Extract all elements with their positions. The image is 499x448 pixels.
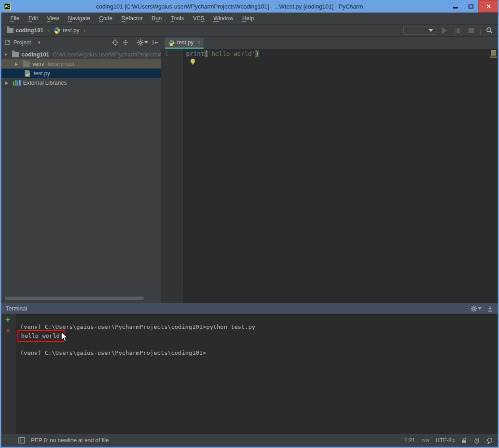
chevron-down-icon[interactable]: ▼ — [37, 40, 41, 45]
breadcrumb-project[interactable]: coding101 — [16, 27, 43, 34]
terminal-console[interactable]: + ✕ (venv) C:\Users\gaius-user\PycharmPr… — [1, 314, 498, 434]
gear-icon — [471, 306, 477, 312]
tree-item-testpy[interactable]: test.py — [1, 69, 161, 78]
debug-button[interactable] — [453, 26, 462, 35]
collapse-arrow-icon[interactable]: ▶ — [4, 81, 9, 85]
tree-item-project-root[interactable]: ▼ coding101 C:₩Users₩gaius-user₩PycharmP… — [1, 50, 161, 59]
inspection-status-marker[interactable] — [491, 50, 496, 56]
terminal-output-line: hello world — [21, 332, 60, 339]
python-file-icon — [168, 39, 175, 46]
menu-item-file[interactable]: File — [6, 15, 24, 22]
terminal-toolbar: + ✕ — [1, 314, 16, 434]
menu-item-refactor[interactable]: Refactor — [117, 15, 147, 22]
code-line: print('hello world') — [186, 50, 498, 57]
collapse-arrow-icon[interactable]: ▶ — [14, 62, 19, 66]
event-log-icon[interactable] — [486, 437, 493, 444]
updown-arrows-icon — [452, 439, 455, 443]
scrollbar-error-stripe — [490, 56, 497, 58]
pycharm-logo-icon: PC — [4, 3, 11, 10]
inspection-profile-icon[interactable] — [473, 437, 480, 444]
project-panel-title[interactable]: Project — [13, 39, 31, 46]
toolwindow-toggle-icon[interactable] — [18, 437, 25, 444]
code-editor[interactable]: print('hello world') — [183, 49, 498, 303]
breadcrumb: coding101 › test.py › — [7, 27, 87, 34]
terminal-header[interactable]: Terminal — [1, 303, 498, 314]
encoding-label: UTF-8 — [436, 437, 451, 444]
breadcrumb-file[interactable]: test.py — [63, 27, 79, 34]
minimize-button[interactable] — [448, 0, 463, 13]
play-icon — [442, 27, 447, 34]
menu-item-help[interactable]: Help — [238, 15, 258, 22]
menu-item-window[interactable]: Window — [209, 15, 238, 22]
tree-item-label: External Libraries — [23, 80, 67, 86]
run-configuration-select[interactable] — [403, 26, 435, 35]
lock-icon[interactable] — [461, 437, 467, 444]
line-separator-widget[interactable]: n/a — [421, 437, 429, 444]
terminal-settings-button[interactable] — [471, 306, 482, 312]
hide-panel-down-icon[interactable] — [487, 306, 493, 312]
tree-item-label: venv — [32, 61, 44, 67]
tree-item-external-libraries[interactable]: ▶ External Libraries — [1, 78, 161, 87]
tree-item-venv[interactable]: ▶ venv library root — [1, 59, 161, 69]
chevron-down-icon — [478, 307, 482, 310]
libraries-icon — [13, 80, 21, 86]
menu-item-edit[interactable]: Edit — [24, 15, 43, 22]
locate-file-icon[interactable] — [112, 39, 118, 46]
python-file-icon — [24, 70, 31, 77]
code-token-function: print — [186, 50, 204, 57]
menu-bar: FileEditViewNavigateCodeRefactorRunTools… — [1, 13, 498, 25]
status-bar: PEP 8: no newline at end of file 1:21 n/… — [1, 434, 498, 447]
folder-icon — [7, 28, 13, 33]
scrollbar-thumb[interactable] — [5, 297, 144, 300]
intention-bulb-icon[interactable] — [190, 58, 195, 65]
pycharm-window: PC coding101 [C:₩Users₩gaius-user₩Pychar… — [0, 0, 499, 448]
tree-item-suffix: library root — [48, 61, 74, 67]
caret-position-widget[interactable]: 1:21 — [404, 437, 415, 444]
menu-item-navigate[interactable]: Navigate — [64, 15, 95, 22]
editor-body[interactable]: 1 print('hello world') — [161, 49, 498, 303]
status-message: PEP 8: no newline at end of file — [31, 437, 109, 444]
bug-icon — [455, 27, 461, 34]
maximize-button[interactable] — [463, 0, 478, 13]
close-icon: ✕ — [486, 3, 491, 10]
search-everywhere-button[interactable] — [485, 26, 494, 35]
title-bar: PC coding101 [C:₩Users₩gaius-user₩Pychar… — [0, 0, 499, 13]
editor-tab-bar: test.py × — [161, 37, 498, 49]
minimize-icon — [453, 7, 458, 9]
stop-icon — [469, 28, 474, 33]
maximize-icon — [469, 4, 473, 9]
project-tool-icon — [5, 39, 11, 45]
collapse-all-icon[interactable] — [122, 39, 129, 46]
menu-item-view[interactable]: View — [43, 15, 64, 22]
hide-panel-icon[interactable] — [152, 39, 158, 46]
menu-item-tools[interactable]: Tools — [166, 15, 188, 22]
folder-icon — [12, 52, 19, 57]
project-settings-button[interactable] — [137, 39, 148, 46]
close-button[interactable]: ✕ — [478, 0, 499, 13]
project-panel-actions — [112, 39, 158, 46]
menu-item-run[interactable]: Run — [147, 15, 166, 22]
run-button[interactable] — [440, 26, 449, 35]
window-title: coding101 [C:₩Users₩gaius-user₩PycharmPr… — [11, 3, 448, 10]
editor-gutter: 1 — [161, 49, 183, 303]
mouse-cursor — [60, 332, 68, 342]
toolbar-separator — [133, 39, 133, 46]
stop-button[interactable] — [467, 26, 476, 35]
new-session-button[interactable]: + — [5, 315, 10, 323]
folder-icon — [23, 61, 30, 67]
main-area: Project ▼ ▼ coding101 — [1, 37, 498, 303]
menu-item-vcs[interactable]: VCS — [188, 15, 209, 22]
project-tree: ▼ coding101 C:₩Users₩gaius-user₩PycharmP… — [1, 50, 161, 87]
expand-arrow-icon[interactable]: ▼ — [3, 52, 9, 57]
menu-item-code[interactable]: Code — [95, 15, 117, 22]
navigation-bar: coding101 › test.py › — [1, 25, 498, 37]
encoding-widget[interactable]: UTF-8 — [436, 437, 455, 444]
tab-testpy[interactable]: test.py × — [165, 38, 204, 49]
terminal-header-actions — [471, 306, 493, 312]
window-controls: ✕ — [448, 0, 499, 13]
tab-close-icon[interactable]: × — [197, 39, 200, 46]
close-session-button[interactable]: ✕ — [6, 327, 10, 334]
horizontal-scrollbar[interactable] — [1, 297, 161, 300]
code-token-close-paren: ) — [255, 50, 259, 57]
tree-item-label: test.py — [34, 70, 50, 77]
